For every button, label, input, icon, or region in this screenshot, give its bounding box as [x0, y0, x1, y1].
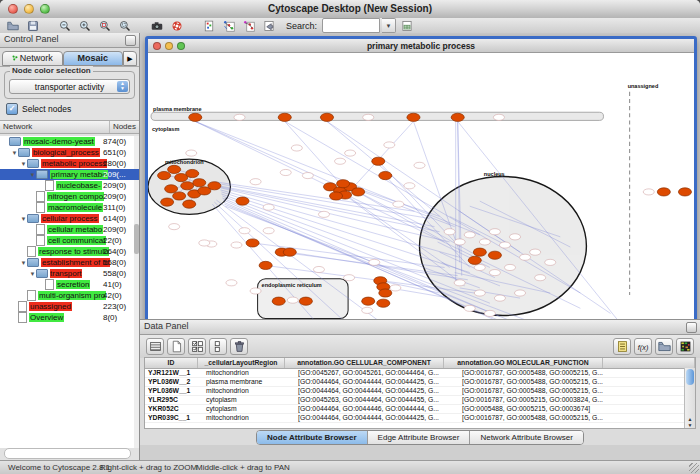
node-label-oval[interactable]: [493, 114, 504, 120]
attribute-grid-button[interactable]: [146, 338, 164, 355]
node-label-oval[interactable]: [234, 114, 245, 120]
select-nodes-checkbox[interactable]: ✓: [6, 103, 18, 115]
node-label-oval[interactable]: [414, 162, 425, 168]
node-label-oval[interactable]: [362, 307, 373, 313]
node[interactable]: [468, 256, 481, 264]
node-label-oval[interactable]: [363, 114, 374, 120]
table-row[interactable]: YPL036W__2plasma membrane[GO:0044464, GO…: [145, 378, 695, 387]
import-list-button[interactable]: [613, 338, 631, 355]
multi-select-check-button[interactable]: [188, 338, 206, 355]
node-label-oval[interactable]: [345, 150, 356, 156]
edge[interactable]: [195, 121, 480, 234]
node[interactable]: [657, 188, 670, 196]
node[interactable]: [186, 169, 199, 177]
node-label-oval[interactable]: [464, 305, 475, 311]
node-label-oval[interactable]: [250, 179, 261, 185]
node[interactable]: [451, 113, 464, 121]
node-label-oval[interactable]: [484, 310, 495, 316]
table-row[interactable]: YKR052Ccytoplasm[GO:0044464, GO:0044446,…: [145, 405, 695, 414]
node[interactable]: [320, 113, 333, 121]
zoom-fit-button[interactable]: [116, 19, 134, 33]
tree-item[interactable]: ▼metabolic process280(0): [0, 158, 139, 169]
node-label-oval[interactable]: [404, 183, 415, 189]
node-label-oval[interactable]: [291, 145, 302, 151]
tree-item[interactable]: cellular metabo209(0): [0, 224, 139, 235]
node[interactable]: [352, 188, 365, 196]
tree-item[interactable]: ▼transport558(0): [0, 268, 139, 279]
node-label-oval[interactable]: [499, 242, 510, 248]
node-label-oval[interactable]: [318, 211, 329, 217]
tree-item[interactable]: ▼cellular process614(0): [0, 213, 139, 224]
edge[interactable]: [219, 187, 439, 232]
node-label-oval[interactable]: [494, 295, 505, 301]
table-vertical-scrollbar[interactable]: ▲▼: [684, 368, 695, 428]
tab-edge-attribute-browser[interactable]: Edge Attribute Browser: [368, 431, 471, 444]
node-label-oval[interactable]: [390, 285, 401, 291]
vizmapper-button[interactable]: [200, 19, 218, 33]
edge[interactable]: [349, 121, 413, 191]
node[interactable]: [183, 200, 196, 208]
search-dropdown-icon[interactable]: ▼: [382, 18, 396, 33]
column-header[interactable]: annotation.GO MOLECULAR_FUNCTION: [444, 358, 603, 368]
node-label-oval[interactable]: [186, 150, 197, 156]
tree-item[interactable]: nucleobase-209(0): [0, 180, 139, 191]
pair-select-button[interactable]: [209, 338, 227, 355]
node[interactable]: [372, 157, 385, 165]
expand-triangle-icon[interactable]: ▼: [11, 150, 18, 156]
node-label-oval[interactable]: [169, 224, 180, 230]
node-label-oval[interactable]: [530, 249, 541, 255]
tree-item[interactable]: Overview8(0): [0, 312, 139, 323]
layout-move-button[interactable]: [240, 19, 258, 33]
node-label-oval[interactable]: [535, 275, 546, 281]
delete-trash-button[interactable]: [230, 338, 248, 355]
node-label-oval[interactable]: [280, 169, 291, 175]
tree-item[interactable]: nitrogen compo209(0): [0, 191, 139, 202]
node[interactable]: [362, 297, 375, 305]
node[interactable]: [181, 182, 194, 190]
node-label-oval[interactable]: [489, 229, 500, 235]
node[interactable]: [161, 198, 174, 206]
node[interactable]: [329, 192, 342, 200]
node-label-oval[interactable]: [454, 280, 465, 286]
node-label-oval[interactable]: [226, 280, 237, 286]
node[interactable]: [236, 197, 249, 205]
node-label-oval[interactable]: [515, 290, 526, 296]
column-header[interactable]: annotation.GO CELLULAR_COMPONENT: [285, 358, 444, 368]
tree-item[interactable]: response to stimulu264(0): [0, 246, 139, 257]
node-color-combobox[interactable]: transporter activity ▲▼: [9, 79, 130, 94]
node-label-oval[interactable]: [263, 228, 274, 234]
node-label-oval[interactable]: [199, 240, 210, 246]
edge[interactable]: [285, 121, 344, 187]
node[interactable]: [488, 251, 501, 259]
node[interactable]: [173, 192, 186, 200]
zoom-selected-button[interactable]: [96, 19, 114, 33]
node[interactable]: [246, 239, 259, 247]
open-folder-button[interactable]: [655, 338, 673, 355]
network-graph[interactable]: plasma membranecytoplasmmitochondrionnuc…: [148, 53, 694, 340]
node-label-oval[interactable]: [313, 266, 324, 272]
tree-item[interactable]: ▼biological_process651(0): [0, 147, 139, 158]
node[interactable]: [168, 165, 181, 173]
node[interactable]: [379, 171, 392, 179]
node[interactable]: [299, 297, 312, 305]
table-row[interactable]: YLR295Ccytoplasm[GO:0045263, GO:0044464,…: [145, 396, 695, 405]
tree-header-nodes[interactable]: Nodes: [110, 121, 139, 133]
node-label-oval[interactable]: [250, 288, 261, 294]
tree-item[interactable]: unassigned223(0): [0, 301, 139, 312]
node-label-oval[interactable]: [509, 234, 520, 240]
expand-triangle-icon[interactable]: ▼: [20, 216, 27, 222]
expand-triangle-icon[interactable]: ▼: [20, 260, 27, 266]
tab-mosaic[interactable]: Mosaic: [63, 51, 124, 66]
snapshot-camera-button[interactable]: [148, 19, 166, 33]
zoom-out-button[interactable]: [56, 19, 74, 33]
open-folder-button[interactable]: [4, 19, 22, 33]
node[interactable]: [377, 299, 390, 307]
column-header[interactable]: ID: [145, 358, 198, 368]
tree-item[interactable]: multi-organism pro42(0): [0, 290, 139, 301]
node[interactable]: [158, 171, 171, 179]
node-label-oval[interactable]: [344, 275, 355, 281]
node-label-oval[interactable]: [263, 204, 274, 210]
node-label-oval[interactable]: [474, 264, 485, 270]
node[interactable]: [278, 113, 291, 121]
save-button[interactable]: [24, 19, 42, 33]
